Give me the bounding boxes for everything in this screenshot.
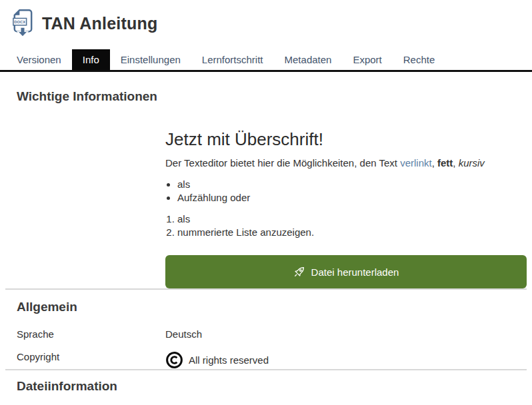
rocket-icon [293,266,305,278]
important-info-heading: Wichtige Informationen [17,89,515,104]
field-value: Deutsch [165,328,202,340]
tab-einstellungen[interactable]: Einstellungen [110,49,191,70]
tab-export[interactable]: Export [342,49,392,70]
download-file-button[interactable]: Datei herunterladen [165,255,527,288]
content-paragraph: Der Texteditor bietet hier die Möglichke… [165,157,527,170]
section-divider [5,369,527,370]
bullet-list: als Aufzählung oder [165,178,527,204]
field-label: Sprache [17,328,165,340]
field-row-sprache: Sprache Deutsch [17,328,515,340]
section-divider [5,288,527,290]
allgemein-section: Allgemein Sprache Deutsch Copyright All … [0,300,532,369]
field-label: Copyright [17,351,165,362]
paragraph-text: Der Texteditor bietet hier die Möglichke… [165,157,400,169]
copyright-icon [165,351,183,369]
tab-bar: Versionen Info Einstellungen Lernfortsch… [0,49,532,72]
tab-versionen[interactable]: Versionen [6,49,72,70]
page-title: TAN Anleitung [42,14,157,33]
list-item: Aufzählung oder [177,191,527,204]
italic-sample-text: kursiv [459,157,485,169]
rich-text-content: Jetzt mit Überschrift! Der Texteditor bi… [165,129,527,288]
field-row-copyright: Copyright All rights reserved [17,351,515,369]
separator-text: , [432,157,437,169]
list-item: als [177,178,527,191]
app-header: DOCX TAN Anleitung [0,0,532,38]
download-button-label: Datei herunterladen [311,266,399,278]
tab-metadaten[interactable]: Metadaten [274,49,343,70]
list-item: als [177,212,527,226]
tab-rechte[interactable]: Rechte [393,49,446,70]
field-value: All rights reserved [165,351,269,369]
dateiinformation-section: Dateiinformation [0,379,532,394]
docx-download-icon: DOCX [12,9,33,38]
separator-text: , [453,157,458,169]
tab-info[interactable]: Info [72,49,110,70]
verlinkt-link[interactable]: verlinkt [400,157,432,169]
allgemein-heading: Allgemein [17,300,515,314]
dateiinformation-heading: Dateiinformation [17,379,515,394]
numbered-list: als nummerierte Liste anzuzeigen. [165,212,527,239]
bold-sample-text: fett [437,157,453,169]
info-tab-panel: Wichtige Informationen Jetzt mit Übersch… [0,89,532,288]
svg-text:DOCX: DOCX [14,20,25,24]
list-item: nummerierte Liste anzuzeigen. [177,226,527,239]
tab-lernfortschritt[interactable]: Lernfortschritt [191,49,274,70]
content-headline: Jetzt mit Überschrift! [165,129,527,150]
copyright-value-text: All rights reserved [189,354,269,366]
